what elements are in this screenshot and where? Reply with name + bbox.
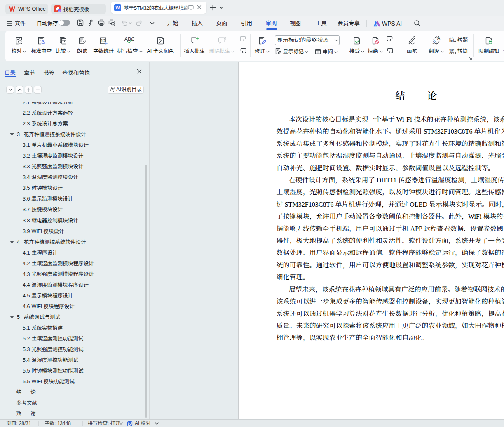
svg-text:12: 12 xyxy=(101,38,105,43)
svg-text:文: 文 xyxy=(432,40,436,45)
svg-text:W: W xyxy=(116,5,120,10)
svg-text:简: 简 xyxy=(449,37,454,43)
svg-text:ABC: ABC xyxy=(124,36,135,42)
svg-text:繁: 繁 xyxy=(449,48,454,54)
svg-text:AI: AI xyxy=(58,9,61,12)
svg-text:A: A xyxy=(437,36,440,40)
